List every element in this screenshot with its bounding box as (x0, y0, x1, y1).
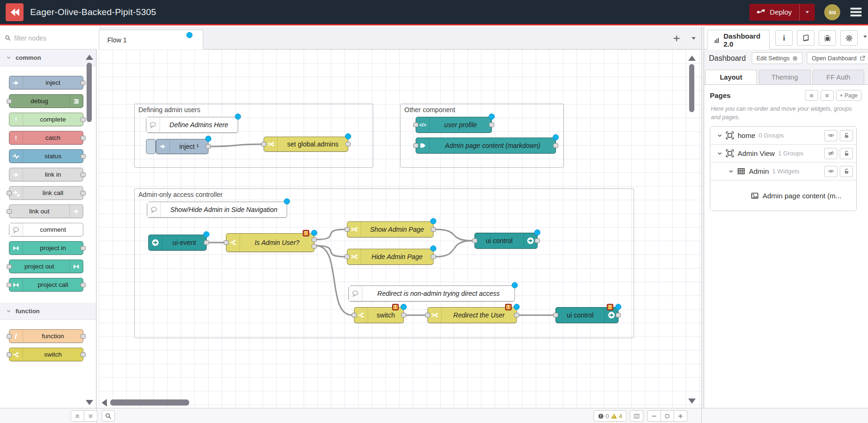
input-port[interactable] (7, 99, 12, 104)
palette-scroll-up[interactable] (86, 55, 93, 60)
output-port[interactable] (80, 191, 86, 195)
user-avatar[interactable]: su (824, 4, 840, 20)
palette-node-project-out[interactable]: project out (9, 260, 83, 273)
main-menu-button[interactable] (850, 6, 862, 18)
node-change1[interactable]: set global.admins (264, 137, 348, 152)
output-port-0[interactable] (535, 238, 540, 243)
visibility-button[interactable] (824, 130, 837, 141)
palette-node-debug[interactable]: debug (9, 94, 83, 108)
input-port[interactable] (224, 240, 229, 245)
lock-button[interactable] (840, 166, 853, 177)
palette-node-project-call[interactable]: project call (9, 278, 83, 292)
palette-node-project-in[interactable]: project in (9, 241, 83, 255)
input-port[interactable] (7, 264, 12, 269)
output-port-0[interactable] (514, 313, 519, 317)
palette-filter-input[interactable] (14, 34, 85, 42)
node-commentSH[interactable]: Show/Hide Admin in Side Navigation (147, 202, 287, 218)
inject-trigger-button[interactable] (146, 139, 156, 154)
node-apc[interactable]: Admin page content (markdown) (416, 138, 556, 154)
search-flows-button[interactable] (102, 410, 115, 422)
output-port-0[interactable] (312, 237, 317, 242)
palette-node-link-in[interactable]: link in (9, 168, 83, 181)
node-iau[interactable]: Is Admin User?! (226, 233, 314, 252)
output-port-0[interactable] (431, 254, 436, 259)
output-port-0[interactable] (616, 313, 621, 317)
collapse-all-button[interactable] (805, 90, 818, 101)
node-comment1[interactable]: Define Admins Here (146, 117, 238, 133)
output-port-1[interactable] (312, 244, 317, 249)
output-port-0[interactable] (431, 227, 436, 232)
output-port-0[interactable] (204, 240, 209, 245)
node-sap[interactable]: Show Admin Page (347, 221, 434, 237)
palette-expand-all-button[interactable] (84, 410, 97, 422)
palette-node-comment[interactable]: comment (9, 223, 83, 236)
node-commentRD[interactable]: Redirect is non-admin trying direct acce… (348, 285, 515, 301)
zoom-in-button[interactable] (674, 410, 687, 422)
palette-category-common[interactable]: common (0, 49, 96, 66)
input-port[interactable] (345, 254, 350, 259)
tree-row-admin[interactable]: Admin1 Widgets (710, 163, 856, 180)
deploy-options-button[interactable] (799, 4, 815, 21)
chevron-down-icon[interactable] (717, 133, 723, 138)
tree-row-home[interactable]: home0 Groups (710, 127, 856, 145)
visibility-button[interactable] (824, 166, 837, 177)
edit-settings-button[interactable]: Edit Settings (752, 52, 803, 64)
node-uprofile[interactable]: </>user profile (416, 117, 492, 133)
input-port[interactable] (7, 283, 12, 287)
input-port[interactable] (553, 313, 558, 317)
flow-tab[interactable]: Flow 1 (99, 30, 203, 49)
output-port-0[interactable] (346, 142, 351, 146)
chevron-down-icon[interactable] (728, 169, 734, 174)
output-port[interactable] (80, 117, 86, 122)
config-tab-button[interactable] (840, 30, 858, 46)
input-port[interactable] (345, 227, 350, 232)
deploy-button[interactable]: Deploy (749, 4, 815, 21)
debug-tab-button[interactable] (819, 30, 836, 46)
lock-button[interactable] (840, 130, 853, 141)
minimap-toggle-button[interactable] (630, 410, 643, 422)
palette-node-catch[interactable]: !catch (9, 131, 83, 145)
lock-button[interactable] (840, 148, 853, 159)
node-inject1[interactable]: inject ¹ (156, 139, 209, 154)
input-port[interactable] (413, 122, 418, 127)
add-page-button[interactable]: + Page (836, 90, 861, 101)
palette-node-inject[interactable]: inject (9, 76, 83, 89)
palette-node-complete[interactable]: !complete (9, 113, 83, 126)
node-uic1[interactable]: ui control (474, 233, 538, 249)
zoom-reset-button[interactable] (660, 410, 674, 422)
sidebar-menu-button[interactable] (862, 33, 868, 41)
canvas-vscrollbar-thumb[interactable] (689, 64, 694, 112)
palette-node-status[interactable]: status (9, 149, 83, 163)
flow-status-badge[interactable]: 0 4 (594, 410, 627, 422)
output-port-0[interactable] (401, 313, 406, 317)
canvas-hscrollbar-thumb[interactable] (110, 399, 189, 406)
output-port[interactable] (80, 246, 86, 251)
sidebar-tab-layout[interactable]: Layout (705, 70, 757, 84)
input-port[interactable] (413, 143, 418, 148)
flow-canvas[interactable]: Defining admin usersOther componentAdmin… (99, 49, 701, 408)
input-port[interactable] (261, 142, 266, 146)
input-port[interactable] (7, 334, 12, 339)
palette-node-link-out[interactable]: link out (9, 204, 83, 218)
palette-scrollbar-thumb[interactable] (87, 63, 92, 122)
tree-row-admin-page-content-m-[interactable]: Admin page content (m... (710, 180, 856, 211)
help-tab-button[interactable] (797, 30, 814, 46)
visibility-off-button[interactable] (824, 148, 837, 159)
chevron-down-icon[interactable] (717, 151, 723, 156)
node-switch1[interactable]: switch! (354, 307, 404, 323)
flow-list-button[interactable] (691, 35, 697, 41)
output-port-0[interactable] (206, 144, 211, 149)
palette-node-switch[interactable]: switch (9, 348, 83, 361)
canvas-scroll-up[interactable] (688, 56, 696, 61)
output-port[interactable] (80, 283, 86, 287)
expand-all-button[interactable] (820, 90, 834, 101)
node-group-Other-component[interactable]: Other component (400, 104, 564, 168)
sidebar-tab-ff-auth[interactable]: FF Auth (812, 70, 864, 84)
add-flow-button[interactable] (673, 35, 680, 42)
output-port-0[interactable] (489, 122, 494, 127)
palette-node-function[interactable]: ƒfunction (9, 329, 83, 343)
output-port[interactable] (80, 352, 86, 357)
input-port[interactable] (352, 313, 357, 317)
palette-node-link-call[interactable]: link call (9, 186, 83, 200)
input-port[interactable] (425, 313, 430, 317)
